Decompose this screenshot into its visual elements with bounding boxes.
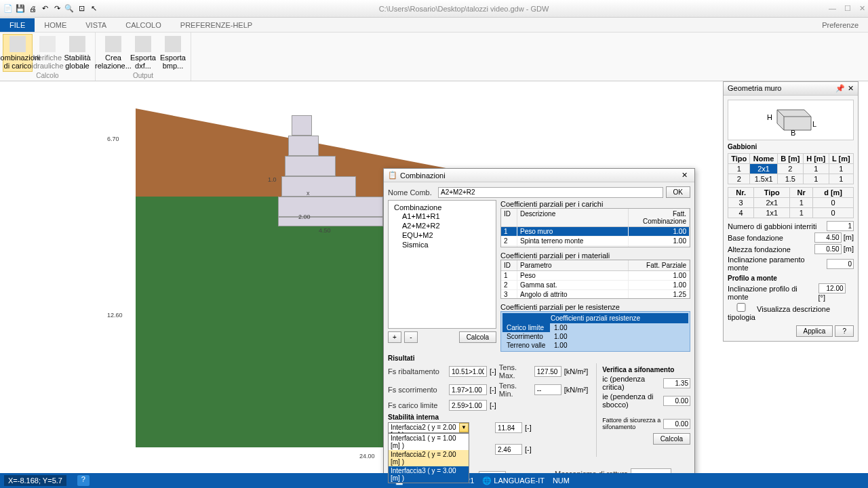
fs-sco-value	[449, 384, 487, 395]
maximize-button[interactable]: ☐	[844, 4, 851, 13]
incl-prof-input[interactable]	[818, 283, 846, 293]
dropdown-option[interactable]: Interfaccia3 ( y = 3.00 [m] )	[389, 466, 469, 483]
tens-min-value	[534, 384, 561, 395]
gabion-block	[278, 197, 383, 217]
interfaccia-dropdown[interactable]: Interfaccia2 ( y = 2.00 [m] ) ▼ Interfac…	[388, 422, 469, 433]
carichi-grid[interactable]: ID Descrizione Fatt. Combinazione 1Peso …	[500, 208, 690, 247]
num-gabbioni-input[interactable]	[827, 221, 854, 231]
alt-fond-input[interactable]	[814, 244, 842, 254]
gabion-block	[285, 156, 336, 176]
ribbon: Combinazioni di carico Verifiche idrauli…	[0, 33, 868, 81]
nome-comb-label: Nome Comb.	[388, 188, 435, 197]
pin-icon[interactable]: 📌	[835, 84, 845, 93]
gabion-block	[288, 136, 319, 156]
resistenze-label: Coefficienti parziali per le resistenze	[500, 303, 690, 311]
tree-item[interactable]: EQU+M2	[391, 230, 493, 240]
wall-preview: HLB	[728, 100, 854, 140]
help-button[interactable]: ?	[835, 325, 854, 337]
dropdown-option[interactable]: Interfaccia2 ( y = 2.00 [m] )	[389, 450, 469, 466]
close-button[interactable]: ✕	[859, 4, 865, 13]
workspace: 6.70 12.60 2.00 4.50 24.00 1.0 x 📋 Combi…	[0, 81, 868, 473]
dim-label: 24.00	[359, 453, 375, 460]
dialog-close-button[interactable]: ✕	[679, 171, 690, 180]
save-icon[interactable]: 💾	[15, 3, 26, 14]
applica-button[interactable]: Applica	[796, 325, 833, 337]
ribbon-group-calcolo: Calcolo	[3, 72, 92, 79]
profilo-label: Profilo a monte	[728, 274, 854, 282]
base-fond-input[interactable]	[814, 232, 842, 243]
tens-max-value	[534, 366, 561, 377]
print-icon[interactable]: 🖨	[27, 3, 38, 14]
remove-button[interactable]: -	[404, 331, 418, 343]
incl-par-input[interactable]	[827, 259, 854, 269]
combinazioni-dialog: 📋 Combinazioni ✕ Nome Comb. OK Combinazi…	[383, 168, 695, 488]
svg-text:H: H	[767, 113, 772, 121]
tab-vista[interactable]: VISTA	[76, 18, 116, 32]
nome-comb-input[interactable]	[438, 187, 663, 198]
ribbon-esporta-dxf[interactable]: Esporta dxf...	[128, 34, 158, 72]
tab-calcolo[interactable]: CALCOLO	[116, 18, 171, 32]
fs-rib-value	[449, 366, 487, 377]
fs-car-value	[449, 400, 487, 411]
ribbon-stabilita[interactable]: Stabilità globale	[62, 34, 92, 72]
tree-item[interactable]: A2+M2+R2	[391, 221, 493, 230]
dim-label: 6.70	[107, 136, 119, 142]
carichi-label: Coefficienti parziali per i carichi	[500, 200, 690, 208]
gabbioni-grid-2[interactable]: Nr.TipoNrd [m] 32x110 41x110	[728, 187, 854, 218]
foundation	[278, 217, 383, 226]
risultati-label: Risultati	[388, 354, 690, 362]
tab-preferenze-right[interactable]: Preferenze	[812, 18, 868, 32]
visualizza-checkbox[interactable]	[728, 303, 755, 312]
tree-root[interactable]: Combinazione	[391, 203, 493, 211]
stabilita-interna-label: Stabilità interna	[388, 413, 588, 421]
status-language: 🌐 LANGUAGE-IT	[482, 476, 545, 485]
materiali-label: Coefficienti parziali per i materiali	[500, 251, 690, 260]
status-help-icon[interactable]: ?	[77, 475, 90, 486]
panel-close-icon[interactable]: ✕	[848, 84, 854, 93]
tab-home[interactable]: HOME	[35, 18, 76, 32]
dim-label: 1.0	[268, 176, 277, 183]
materiali-grid[interactable]: ID Parametro Fatt. Parziale 1Peso1.00 2G…	[500, 260, 690, 299]
calcola-button[interactable]: Calcola	[459, 331, 496, 343]
ribbon-crea-relazione[interactable]: Crea relazione...	[98, 34, 128, 72]
dialog-icon: 📋	[388, 171, 397, 180]
ribbon-esporta-bmp[interactable]: Esporta bmp...	[158, 34, 188, 72]
window-title: C:\Users\Rosario\Desktop\talozzi video.g…	[99, 5, 829, 13]
geometria-panel: Geometria muro 📌 ✕ HLB Gabbioni TipoNome…	[723, 81, 859, 342]
tree-item[interactable]: Sismica	[391, 240, 493, 249]
chevron-down-icon[interactable]: ▼	[459, 423, 469, 432]
redo-icon[interactable]: ↷	[52, 3, 62, 14]
resistenze-panel[interactable]: Coefficienti parziali resistenze Carico …	[500, 311, 690, 352]
add-button[interactable]: +	[388, 331, 401, 343]
undo-icon[interactable]: ↶	[39, 3, 50, 14]
cursor-icon[interactable]: ↖	[88, 3, 99, 14]
ribbon-verifiche[interactable]: Verifiche idrauliche	[33, 34, 62, 72]
tab-file[interactable]: FILE	[0, 18, 35, 32]
titlebar: 📄 💾 🖨 ↶ ↷ 🔍 ⊡ ↖ C:\Users\Rosario\Desktop…	[0, 0, 868, 18]
calcola-sifonamento-button[interactable]: Calcola	[653, 433, 690, 445]
stab-value-1	[495, 422, 522, 433]
dim-label: 12.60	[107, 312, 123, 319]
dim-label: 2.00	[298, 214, 311, 220]
tab-preferenze[interactable]: PREFERENZE-HELP	[171, 18, 262, 32]
minimize-button[interactable]: —	[829, 4, 836, 13]
stab-value-2	[495, 444, 522, 455]
ribbon-combinazioni[interactable]: Combinazioni di carico	[3, 34, 33, 72]
ok-button[interactable]: OK	[666, 186, 690, 198]
gabbioni-grid-1[interactable]: TipoNomeB [m]H [m]L [m] 12x1211 21.5x11.…	[728, 153, 854, 184]
dropdown-option[interactable]: Interfaccia1 ( y = 1.00 [m] )	[389, 434, 469, 450]
x-axis-label: x	[307, 190, 310, 197]
side-panel-title: Geometria muro	[728, 84, 781, 93]
ic-crit-value	[663, 378, 690, 388]
combinazioni-tree[interactable]: Combinazione A1+M1+R1 A2+M2+R2 EQU+M2 Si…	[388, 200, 496, 329]
dialog-title-text: Combinazioni	[400, 171, 446, 180]
status-numlock: NUM	[553, 476, 570, 485]
zoom-fit-icon[interactable]: ⊡	[76, 3, 87, 14]
tree-item[interactable]: A1+M1+R1	[391, 211, 493, 221]
zoom-in-icon[interactable]: 🔍	[64, 3, 75, 14]
ie-sbo-value	[663, 396, 690, 406]
svg-marker-0	[777, 110, 811, 130]
menubar: FILE HOME VISTA CALCOLO PREFERENZE-HELP …	[0, 18, 868, 33]
ribbon-group-output: Output	[98, 72, 188, 79]
dim-label: 4.50	[319, 227, 331, 234]
